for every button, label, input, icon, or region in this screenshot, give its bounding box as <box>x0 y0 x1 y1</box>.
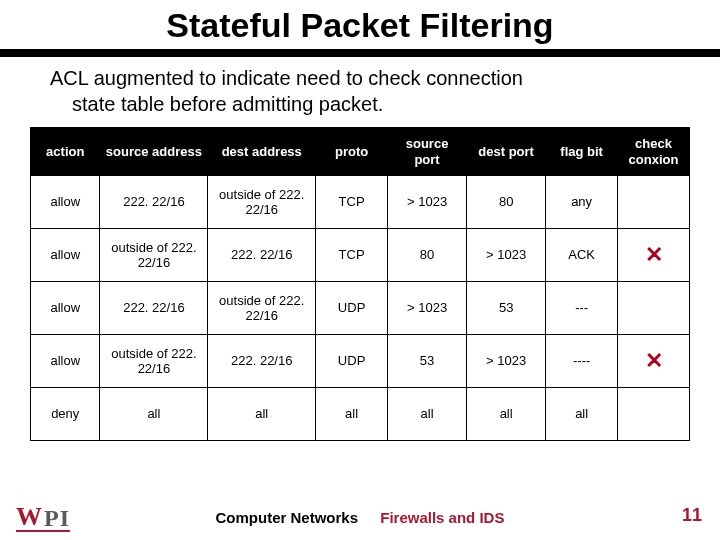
cell-sport: > 1023 <box>388 176 467 229</box>
footer-topic: Firewalls and IDS <box>380 509 504 526</box>
cell-action: allow <box>31 229 100 282</box>
subtitle-line-1: ACL augmented to indicate need to check … <box>50 67 523 89</box>
footer: W PI Computer Networks Firewalls and IDS… <box>0 498 720 530</box>
cell-proto: TCP <box>316 229 388 282</box>
title-rule <box>0 49 720 57</box>
subtitle-line-2: state table before admitting packet. <box>50 91 680 117</box>
cell-proto: TCP <box>316 176 388 229</box>
subtitle: ACL augmented to indicate need to check … <box>0 65 720 117</box>
table-row: denyallallallallallall <box>31 388 690 441</box>
col-flag-bit: flag bit <box>546 128 618 176</box>
table-row: allow222. 22/16outside of 222. 22/16TCP>… <box>31 176 690 229</box>
cell-check <box>618 176 690 229</box>
cell-dport: 53 <box>467 282 546 335</box>
cell-daddr: all <box>208 388 316 441</box>
cell-check: ✕ <box>618 335 690 388</box>
cell-saddr: all <box>100 388 208 441</box>
cell-sport: 80 <box>388 229 467 282</box>
cell-flag: any <box>546 176 618 229</box>
cell-action: allow <box>31 335 100 388</box>
check-x-icon: ✕ <box>645 242 663 267</box>
cell-flag: ACK <box>546 229 618 282</box>
check-x-icon: ✕ <box>645 348 663 373</box>
slide: Stateful Packet Filtering ACL augmented … <box>0 0 720 540</box>
cell-sport: all <box>388 388 467 441</box>
table-row: allowoutside of 222. 22/16222. 22/16TCP8… <box>31 229 690 282</box>
acl-table-body: allow222. 22/16outside of 222. 22/16TCP>… <box>31 176 690 441</box>
cell-daddr: outside of 222. 22/16 <box>208 282 316 335</box>
col-dest-address: dest address <box>208 128 316 176</box>
cell-saddr: 222. 22/16 <box>100 176 208 229</box>
cell-sport: > 1023 <box>388 282 467 335</box>
table-row: allow222. 22/16outside of 222. 22/16UDP>… <box>31 282 690 335</box>
cell-saddr: outside of 222. 22/16 <box>100 229 208 282</box>
table-row: allowoutside of 222. 22/16222. 22/16UDP5… <box>31 335 690 388</box>
cell-flag: --- <box>546 282 618 335</box>
col-action: action <box>31 128 100 176</box>
acl-table: action source address dest address proto… <box>30 127 690 441</box>
cell-check <box>618 282 690 335</box>
col-dest-port: dest port <box>467 128 546 176</box>
page-number: 11 <box>682 505 702 526</box>
col-check-conxion: check conxion <box>618 128 690 176</box>
cell-daddr: outside of 222. 22/16 <box>208 176 316 229</box>
cell-check: ✕ <box>618 229 690 282</box>
cell-action: deny <box>31 388 100 441</box>
cell-flag: ---- <box>546 335 618 388</box>
col-source-port: source port <box>388 128 467 176</box>
cell-sport: 53 <box>388 335 467 388</box>
footer-course: Computer Networks <box>216 509 359 526</box>
cell-dport: all <box>467 388 546 441</box>
cell-check <box>618 388 690 441</box>
cell-action: allow <box>31 176 100 229</box>
cell-dport: > 1023 <box>467 335 546 388</box>
cell-saddr: outside of 222. 22/16 <box>100 335 208 388</box>
cell-proto: UDP <box>316 282 388 335</box>
cell-action: allow <box>31 282 100 335</box>
logo-underline <box>16 530 70 532</box>
footer-center: Computer Networks Firewalls and IDS <box>0 509 720 526</box>
col-source-address: source address <box>100 128 208 176</box>
cell-daddr: 222. 22/16 <box>208 335 316 388</box>
table-header-row: action source address dest address proto… <box>31 128 690 176</box>
title-wrap: Stateful Packet Filtering <box>0 0 720 47</box>
cell-saddr: 222. 22/16 <box>100 282 208 335</box>
cell-proto: all <box>316 388 388 441</box>
col-proto: proto <box>316 128 388 176</box>
cell-dport: 80 <box>467 176 546 229</box>
page-title: Stateful Packet Filtering <box>0 6 720 45</box>
cell-dport: > 1023 <box>467 229 546 282</box>
cell-flag: all <box>546 388 618 441</box>
cell-daddr: 222. 22/16 <box>208 229 316 282</box>
cell-proto: UDP <box>316 335 388 388</box>
